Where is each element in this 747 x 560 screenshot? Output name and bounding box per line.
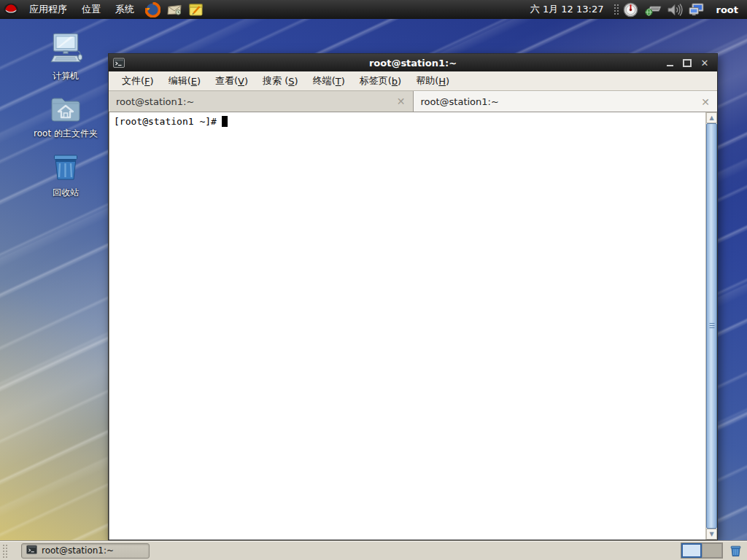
firefox-launcher-icon[interactable]	[142, 0, 163, 19]
trash-applet-icon[interactable]	[729, 544, 743, 558]
panel-left: 应用程序 位置 系统	[0, 0, 207, 19]
desktop-icon-column: 计算机 root 的主文件夹	[25, 32, 107, 199]
window-titlebar[interactable]: root@station1:~ ✕	[109, 54, 717, 71]
menu-applications[interactable]: 应用程序	[22, 0, 74, 19]
desktop-icon-label: 回收站	[53, 187, 79, 199]
taskbar-right	[681, 542, 747, 559]
terminal-text[interactable]: [root@station1 ~]#	[109, 112, 705, 540]
menu-view[interactable]: 查看(V)	[208, 71, 255, 90]
top-panel: 应用程序 位置 系统	[0, 0, 747, 19]
close-button[interactable]: ✕	[698, 57, 711, 69]
window-title: root@station1:~	[109, 58, 717, 69]
tab-2[interactable]: root@station1:~ ✕	[414, 91, 718, 112]
maximize-button[interactable]	[681, 57, 694, 69]
scroll-down-icon[interactable]: ▼	[706, 529, 717, 540]
window-controls: ✕	[663, 57, 717, 69]
menu-terminal[interactable]: 终端(T)	[306, 71, 352, 90]
tab-1[interactable]: root@station1:~ ✕	[109, 91, 414, 112]
terminal-cursor	[222, 116, 228, 127]
terminal-menubar: 文件(F) 编辑(E) 查看(V) 搜索 (S) 终端(T) 标签页(b) 帮助…	[109, 71, 717, 91]
tab-title: root@station1:~	[116, 96, 194, 107]
redhat-menu-icon[interactable]	[0, 0, 22, 19]
tab-close-icon[interactable]: ✕	[397, 96, 406, 106]
computer-icon	[47, 32, 84, 69]
gauge-tray-icon[interactable]	[620, 0, 642, 19]
workspace-1[interactable]	[681, 543, 702, 558]
terminal-window: root@station1:~ ✕ 文件(F) 编辑(E) 查看(V) 搜索 (…	[108, 53, 718, 540]
terminal-task-icon	[26, 545, 37, 557]
clock[interactable]: 六 1月 12 13:27	[523, 3, 611, 16]
shell-prompt: [root@station1 ~]#	[114, 116, 217, 127]
display-tray-icon[interactable]	[686, 0, 708, 19]
desktop-icon-computer[interactable]: 计算机	[25, 32, 107, 82]
taskbar-drag-handle[interactable]	[1, 543, 8, 558]
minimize-button[interactable]	[663, 57, 676, 69]
menu-edit[interactable]: 编辑(E)	[161, 71, 208, 90]
desktop-wallpaper: 计算机 root 的主文件夹	[0, 19, 747, 541]
panel-right: 六 1月 12 13:27	[523, 0, 747, 19]
tab-title: root@station1:~	[421, 96, 499, 107]
user-label: root	[708, 4, 747, 15]
volume-tray-icon[interactable]	[664, 0, 686, 19]
menu-system[interactable]: 系统	[108, 0, 142, 19]
panel-drag-handle[interactable]	[613, 3, 619, 16]
bottom-taskbar: root@station1:~	[0, 540, 747, 560]
tab-close-icon[interactable]: ✕	[701, 97, 710, 107]
desktop-icon-label: root 的主文件夹	[34, 128, 98, 140]
terminal-content[interactable]: [root@station1 ~]# ▲ ▼	[109, 112, 717, 540]
terminal-tabbar: root@station1:~ ✕ root@station1:~ ✕	[109, 91, 717, 112]
trash-icon	[49, 152, 82, 185]
desktop-screen: 计算机 root 的主文件夹	[0, 0, 747, 560]
gedit-launcher-icon[interactable]	[185, 0, 207, 19]
scroll-up-icon[interactable]: ▲	[706, 112, 717, 123]
email-launcher-icon[interactable]	[163, 0, 185, 19]
desktop-icon-label: 计算机	[53, 70, 79, 82]
keyboard-input-tray-icon[interactable]	[642, 0, 664, 19]
menu-file[interactable]: 文件(F)	[115, 71, 161, 90]
workspace-switcher	[681, 542, 723, 559]
terminal-window-icon	[113, 58, 125, 69]
desktop-icon-home-folder[interactable]: root 的主文件夹	[25, 94, 107, 140]
terminal-scrollbar[interactable]: ▲ ▼	[705, 112, 717, 540]
home-folder-icon	[49, 94, 82, 126]
desktop-icon-trash[interactable]: 回收站	[25, 152, 107, 199]
workspace-2[interactable]	[702, 543, 722, 558]
task-button-terminal[interactable]: root@station1:~	[21, 543, 150, 559]
menu-search[interactable]: 搜索 (S)	[255, 71, 306, 90]
scrollbar-thumb[interactable]	[706, 123, 717, 529]
menu-tabs[interactable]: 标签页(b)	[352, 71, 409, 90]
task-button-label: root@station1:~	[42, 545, 114, 556]
menu-places[interactable]: 位置	[74, 0, 108, 19]
menu-help[interactable]: 帮助(H)	[409, 71, 457, 90]
